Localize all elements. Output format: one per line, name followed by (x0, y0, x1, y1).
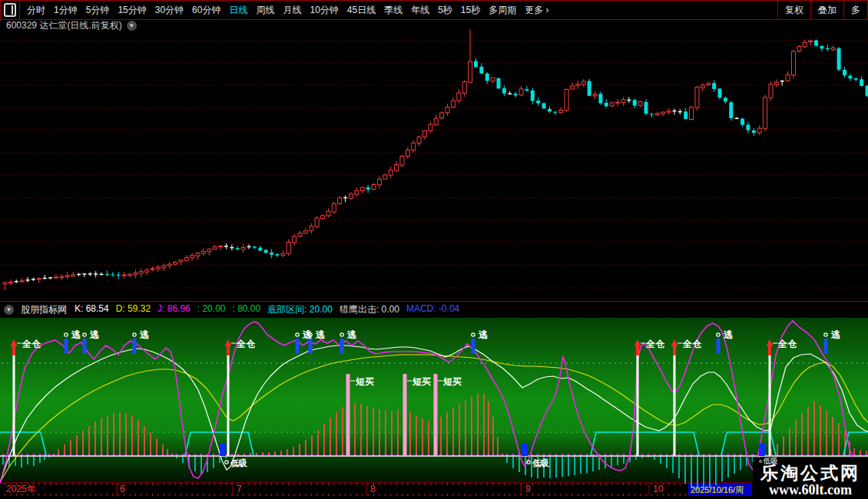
svg-text:逃: 逃 (830, 329, 841, 340)
svg-text:逃: 逃 (315, 329, 326, 340)
indicator-fields: K: 68.54D: 59.32J: 86.96: 20.00: 80.00底部… (75, 303, 459, 316)
watermark-site-name: 乐淘公式网 (753, 464, 868, 482)
panel-icon (4, 3, 16, 17)
indicator-field: D: 59.32 (116, 303, 151, 316)
toolbar-right-复权[interactable]: 复权 (777, 1, 810, 19)
toolbar-item-15秒[interactable]: 15秒 (461, 4, 480, 17)
toolbar-item-1分钟[interactable]: 1分钟 (54, 4, 78, 17)
watermark-url: www.60lt.com (753, 482, 868, 497)
toolbar-item-多周期[interactable]: 多周期 (489, 4, 516, 17)
indicator-chevron-icon[interactable]: ▼ (4, 305, 14, 315)
trading-terminal: 分时1分钟5分钟15分钟30分钟60分钟日线周线月线10分钟45日线季线年线5秒… (0, 0, 868, 499)
indicator-field: : 80.00 (232, 303, 260, 316)
indicator-field: 底部区间: 20.00 (267, 303, 333, 316)
toolbar-item-60分钟[interactable]: 60分钟 (192, 4, 220, 17)
toolbar-item-季线[interactable]: 季线 (384, 4, 403, 17)
toolbar-item-5秒[interactable]: 5秒 (438, 4, 452, 17)
svg-text:逃: 逃 (478, 329, 489, 340)
indicator-header: ▼ 股朋指标网 K: 68.54D: 59.32J: 86.96: 20.00:… (0, 301, 868, 317)
svg-text:低吸: 低吸 (230, 458, 247, 468)
svg-text:全仓: 全仓 (236, 339, 256, 349)
toolbar-item-周线[interactable]: 周线 (256, 4, 274, 17)
svg-text:逃: 逃 (89, 329, 100, 340)
svg-text:全仓: 全仓 (645, 339, 665, 349)
toolbar-item-15分钟[interactable]: 15分钟 (118, 4, 146, 17)
indicator-field: K: 68.54 (75, 303, 109, 316)
next-panel-clipped-strip (0, 496, 868, 499)
period-toolbar: 分时1分钟5分钟15分钟30分钟60分钟日线周线月线10分钟45日线季线年线5秒… (0, 0, 868, 20)
indicator-field: MACD: -0.04 (406, 303, 459, 316)
svg-text:逃: 逃 (139, 329, 150, 340)
toolbar-item-5分钟[interactable]: 5分钟 (86, 4, 110, 17)
svg-text:逃: 逃 (302, 329, 313, 340)
indicator-field: : 20.00 (197, 303, 226, 316)
toolbar-item-更多 ›[interactable]: 更多 › (525, 4, 548, 17)
toolbar-item-年线[interactable]: 年线 (411, 4, 429, 17)
symbol-title-row: 600329 达仁堂(日线.前复权) ▼ (6, 21, 137, 31)
toolbar-items: 分时1分钟5分钟15分钟30分钟60分钟日线周线月线10分钟45日线季线年线5秒… (20, 4, 777, 17)
toolbar-item-分时[interactable]: 分时 (27, 4, 45, 17)
indicator-field: J: 86.96 (157, 303, 190, 316)
toolbar-right-多[interactable]: 多 (843, 1, 867, 19)
indicator-panel-name: 股朋指标网 (21, 303, 67, 316)
low-absorb-label-right: ∘低吸 (758, 456, 778, 467)
svg-text:短买: 短买 (412, 376, 431, 387)
indicator-sub-chart[interactable]: 逃逃逃逃逃逃逃逃逃短买短买短买低吸低吸低吸全仓全仓全仓全仓全仓 (0, 318, 868, 499)
svg-text:逃: 逃 (723, 329, 734, 340)
candlestick-chart[interactable] (0, 21, 868, 301)
indicator-field: 猎鹰出击: 0.00 (340, 303, 399, 316)
symbol-title: 600329 达仁堂(日线.前复权) (6, 19, 122, 32)
chevron-down-icon[interactable]: ▼ (127, 21, 137, 31)
toolbar-right-叠加[interactable]: 叠加 (810, 1, 843, 19)
toolbar-item-45日线[interactable]: 45日线 (347, 4, 376, 17)
svg-text:全仓: 全仓 (22, 339, 41, 349)
svg-text:全仓: 全仓 (682, 339, 702, 349)
svg-text:短买: 短买 (442, 376, 462, 387)
svg-text:逃: 逃 (71, 329, 81, 340)
window-panel-button[interactable] (1, 1, 20, 19)
svg-text:逃: 逃 (346, 329, 357, 340)
toolbar-item-30分钟[interactable]: 30分钟 (155, 4, 184, 17)
toolbar-item-月线[interactable]: 月线 (283, 4, 301, 17)
svg-text:全仓: 全仓 (777, 339, 797, 349)
svg-text:短买: 短买 (355, 376, 374, 387)
toolbar-right-items: 复权叠加多 (777, 1, 867, 19)
toolbar-item-日线[interactable]: 日线 (229, 4, 247, 17)
svg-text:低吸: 低吸 (532, 458, 549, 468)
toolbar-item-10分钟[interactable]: 10分钟 (310, 4, 338, 17)
